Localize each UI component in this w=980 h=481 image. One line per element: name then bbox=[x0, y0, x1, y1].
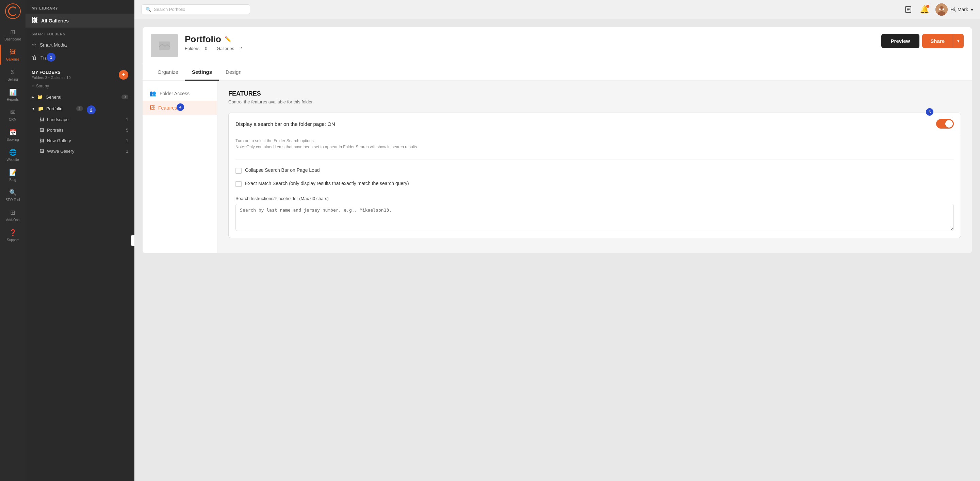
nav-item-blog[interactable]: 📝 Blog bbox=[0, 165, 25, 185]
my-library-label: MY LIBRARY bbox=[25, 0, 134, 14]
portfolio-info: Portfolio ✏️ Folders 0 Galleries 2 bbox=[185, 34, 875, 51]
chevron-right-icon: ▶ bbox=[32, 95, 34, 99]
features-title: FEATURES bbox=[228, 90, 961, 97]
my-folders-title: MY FOLDERS bbox=[32, 70, 71, 75]
general-folder-item[interactable]: ▶ 📁 General 3 bbox=[25, 91, 134, 103]
selling-icon: $ bbox=[9, 68, 17, 76]
features-icon: 🖼 bbox=[150, 105, 155, 111]
share-button[interactable]: Share bbox=[922, 34, 953, 48]
trash-icon: 🗑 bbox=[32, 55, 37, 61]
badge-num-2: 2 bbox=[87, 105, 95, 114]
portfolio-title: Portfolio ✏️ bbox=[185, 34, 875, 44]
user-menu[interactable]: Hi, Mark ▾ bbox=[935, 3, 973, 16]
collapse-search-checkbox[interactable] bbox=[235, 168, 242, 174]
landscape-count: 1 bbox=[126, 117, 128, 122]
landscape-gallery-item[interactable]: 🖼 Landscape 1 bbox=[25, 114, 134, 125]
sidebar: 1 MY LIBRARY 🖼 All Galleries SMART FOLDE… bbox=[25, 0, 134, 481]
general-folder-label: General bbox=[46, 95, 61, 100]
tab-organize[interactable]: Organize bbox=[151, 64, 185, 81]
folder-access-item[interactable]: 👥 Folder Access bbox=[143, 86, 217, 101]
smart-media-item[interactable]: ☆ Smart Media bbox=[25, 38, 134, 51]
hi-user-label: Hi, Mark bbox=[950, 7, 968, 12]
search-bar-feature-card: 5 Display a search bar on the folder pag… bbox=[228, 113, 961, 238]
gallery-icon-landscape: 🖼 bbox=[40, 117, 44, 122]
portfolio-folder-item[interactable]: 2 ▼ 📁 Portfolio 2 bbox=[25, 103, 134, 114]
portfolio-actions: Preview Share ▾ bbox=[881, 34, 964, 48]
share-button-group: Share ▾ bbox=[922, 34, 964, 48]
gallery-icon-portraits: 🖼 bbox=[40, 127, 44, 133]
preview-button[interactable]: Preview bbox=[881, 34, 920, 48]
search-placeholder: Search Portfolio bbox=[154, 7, 185, 12]
wawa-gallery-count: 1 bbox=[126, 149, 128, 154]
folder-access-icon: 👥 bbox=[150, 90, 156, 97]
nav-item-support[interactable]: ❓ Support bbox=[0, 225, 25, 245]
crm-icon: ✉ bbox=[9, 108, 17, 116]
edit-pencil-icon[interactable]: ✏️ bbox=[224, 36, 231, 43]
portfolio-folder-label: Portfolio bbox=[46, 106, 63, 111]
nav-item-addons[interactable]: ⊞ Add-Ons bbox=[0, 205, 25, 225]
sidebar-collapse-handle[interactable]: ‹ bbox=[131, 235, 134, 246]
nav-item-galleries[interactable]: 🖼 Galleries bbox=[0, 44, 25, 65]
reports-icon: 📊 bbox=[9, 88, 17, 96]
sort-by-row[interactable]: ≡ Sort by bbox=[25, 81, 134, 91]
add-folder-button[interactable]: + bbox=[119, 70, 128, 79]
smart-media-label: Smart Media bbox=[40, 42, 67, 48]
nav-item-reports[interactable]: 📊 Reports bbox=[0, 85, 25, 105]
tab-design[interactable]: Design bbox=[219, 64, 248, 81]
dashboard-icon: ⊞ bbox=[9, 28, 17, 36]
booking-icon: 📅 bbox=[9, 128, 17, 137]
new-gallery-item[interactable]: 🖼 New Gallery 1 bbox=[25, 135, 134, 146]
tab-settings[interactable]: Settings bbox=[185, 64, 219, 81]
gallery-icon-wawa: 🖼 bbox=[40, 149, 44, 154]
nav-item-dashboard[interactable]: ⊞ Dashboard bbox=[0, 24, 25, 44]
search-bar-title: Display a search bar on the folder page:… bbox=[235, 121, 335, 127]
galleries-folder-icon: 🖼 bbox=[32, 17, 38, 24]
portraits-gallery-item[interactable]: 🖼 Portraits 5 bbox=[25, 125, 134, 135]
wawa-gallery-label: Wawa Gallery bbox=[47, 149, 74, 154]
new-gallery-label: New Gallery bbox=[47, 138, 71, 143]
notification-dot bbox=[926, 5, 929, 8]
my-folders-subtitle: Folders 3 • Galleries 10 bbox=[32, 76, 71, 79]
topbar: 🔍 Search Portfolio 🔔 bbox=[134, 0, 980, 19]
search-bar[interactable]: 🔍 Search Portfolio bbox=[141, 5, 250, 14]
folder-icon: 📁 bbox=[37, 94, 43, 100]
svg-point-8 bbox=[942, 8, 944, 10]
collapse-search-label: Collapse Search Bar on Page Load bbox=[245, 167, 320, 173]
notification-bell-button[interactable]: 🔔 bbox=[919, 4, 930, 15]
galleries-icon: 🖼 bbox=[9, 48, 17, 56]
settings-layout: 👥 Folder Access 4 🖼 Features bbox=[143, 81, 972, 253]
website-icon: 🌐 bbox=[9, 148, 17, 157]
wawa-gallery-item[interactable]: 🖼 Wawa Gallery 1 bbox=[25, 146, 134, 157]
folder-icon-portfolio: 📁 bbox=[38, 106, 43, 111]
nav-item-selling[interactable]: $ Selling bbox=[0, 65, 25, 85]
collapse-search-row: Collapse Search Bar on Page Load bbox=[235, 164, 954, 177]
search-placeholder-input[interactable]: Search by last name and jersey number, e… bbox=[235, 204, 954, 231]
svg-point-7 bbox=[939, 8, 940, 10]
my-folders-header: MY FOLDERS Folders 3 • Galleries 10 + bbox=[25, 64, 134, 81]
main-area: 🔍 Search Portfolio 🔔 bbox=[134, 0, 980, 481]
features-item[interactable]: 4 🖼 Features bbox=[143, 101, 217, 115]
all-galleries-item[interactable]: 🖼 All Galleries bbox=[25, 14, 134, 27]
portfolio-thumbnail bbox=[151, 34, 178, 57]
app-logo[interactable] bbox=[5, 3, 21, 19]
nav-item-booking[interactable]: 📅 Booking bbox=[0, 125, 25, 145]
exact-match-checkbox[interactable] bbox=[235, 181, 242, 187]
badge-num-5: 5 bbox=[926, 108, 933, 116]
features-description: Control the features available for this … bbox=[228, 99, 961, 105]
nav-item-website[interactable]: 🌐 Website bbox=[0, 145, 25, 165]
share-dropdown-button[interactable]: ▾ bbox=[953, 34, 964, 48]
smart-folders-section: SMART FOLDERS bbox=[25, 27, 134, 38]
addons-icon: ⊞ bbox=[9, 208, 17, 217]
nav-item-seo[interactable]: 🔍 SEO Tool bbox=[0, 185, 25, 205]
trash-item[interactable]: 🗑 Trash bbox=[25, 51, 134, 64]
info-icon-button[interactable] bbox=[903, 4, 914, 15]
feature-card-header: 5 Display a search bar on the folder pag… bbox=[229, 113, 961, 135]
galleries-label: Galleries 2 bbox=[217, 46, 246, 51]
smart-media-icon: ☆ bbox=[32, 41, 37, 48]
search-bar-toggle[interactable] bbox=[936, 119, 954, 129]
general-badge: 3 bbox=[121, 95, 128, 99]
badge-num-1: 1 bbox=[47, 53, 56, 62]
nav-item-crm[interactable]: ✉ CRM bbox=[0, 105, 25, 125]
portraits-label: Portraits bbox=[47, 127, 63, 133]
avatar bbox=[935, 3, 948, 16]
